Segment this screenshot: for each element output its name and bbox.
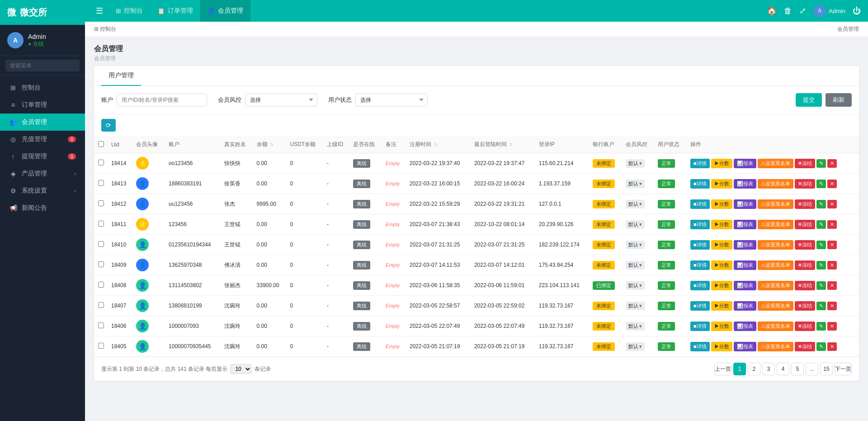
report-button[interactable]: 📊报表 xyxy=(734,342,756,351)
sidebar-item-products[interactable]: ◈ 产品管理 ‹ xyxy=(0,165,85,182)
level-select[interactable]: 默认 ▾ xyxy=(626,241,645,249)
sidebar-item-settings[interactable]: ⚙ 系统设置 ‹ xyxy=(0,182,85,199)
delete-button[interactable]: ✕ xyxy=(827,261,837,270)
edit-button[interactable]: ✎ xyxy=(816,220,826,229)
delete-button[interactable]: ✕ xyxy=(827,302,837,310)
sidebar-item-members[interactable]: 👥 会员管理 xyxy=(0,114,85,131)
level-select[interactable]: 默认 ▾ xyxy=(626,261,645,270)
blacklist-button[interactable]: ⚠设置黑名单 xyxy=(758,322,793,331)
page-size-select[interactable]: 10 20 50 xyxy=(230,364,252,374)
edit-button[interactable]: ✎ xyxy=(816,281,826,290)
edit-button[interactable]: ✎ xyxy=(816,261,826,270)
freeze-button[interactable]: ❄冻结 xyxy=(795,301,815,311)
freeze-button[interactable]: ❄冻结 xyxy=(795,260,815,270)
delete-button[interactable]: ✕ xyxy=(827,200,837,208)
level-select[interactable]: 默认 ▾ xyxy=(626,302,645,310)
row-checkbox[interactable] xyxy=(98,302,104,308)
blacklist-button[interactable]: ⚠设置黑名单 xyxy=(758,281,793,290)
prev-page-button[interactable]: 上一页 xyxy=(714,363,731,375)
edit-button[interactable]: ✎ xyxy=(816,302,826,310)
freeze-button[interactable]: ❄冻结 xyxy=(795,159,815,168)
edit-button[interactable]: ✎ xyxy=(816,180,826,188)
level-select[interactable]: 默认 ▾ xyxy=(626,159,645,168)
freeze-button[interactable]: ❄冻结 xyxy=(795,179,815,189)
submit-button[interactable]: 提交 xyxy=(796,93,822,107)
delete-button[interactable]: ✕ xyxy=(827,322,837,331)
sidebar-item-news[interactable]: 📢 新闻公告 xyxy=(0,199,85,217)
detail-button[interactable]: ■详情 xyxy=(690,240,710,250)
topbar-nav-dashboard[interactable]: ⊞ 控制台 xyxy=(108,0,150,22)
sidebar-search-section[interactable] xyxy=(0,56,85,76)
detail-button[interactable]: ■详情 xyxy=(690,220,710,229)
search-input[interactable] xyxy=(5,60,80,71)
member-level-select[interactable]: 选择 xyxy=(245,94,317,106)
detail-button[interactable]: ■详情 xyxy=(690,260,710,270)
detail-button[interactable]: ■详情 xyxy=(690,301,710,311)
blacklist-button[interactable]: ⚠设置黑名单 xyxy=(758,199,793,209)
row-checkbox[interactable] xyxy=(98,180,104,186)
next-page-button[interactable]: 下一页 xyxy=(835,363,852,375)
freeze-button[interactable]: ❄冻结 xyxy=(795,199,815,209)
sidebar-item-recharge[interactable]: ◎ 充值管理 0 xyxy=(0,131,85,148)
tab-user-management[interactable]: 用户管理 xyxy=(101,66,141,86)
detail-button[interactable]: ■详情 xyxy=(690,199,710,209)
detail-button[interactable]: ■详情 xyxy=(690,179,710,189)
report-button[interactable]: 📊报表 xyxy=(734,220,756,229)
edit-button[interactable]: ✎ xyxy=(816,159,826,168)
edit-button[interactable]: ✎ xyxy=(816,200,826,208)
detail-button[interactable]: ■详情 xyxy=(690,342,710,351)
page-15-button[interactable]: 15 xyxy=(820,363,833,375)
score-button[interactable]: ▶分数 xyxy=(711,159,732,168)
blacklist-button[interactable]: ⚠设置黑名单 xyxy=(758,342,793,351)
blacklist-button[interactable]: ⚠设置黑名单 xyxy=(758,220,793,229)
page-3-button[interactable]: 3 xyxy=(762,363,775,375)
blacklist-button[interactable]: ⚠设置黑名单 xyxy=(758,240,793,250)
delete-button[interactable]: ✕ xyxy=(827,241,837,249)
report-button[interactable]: 📊报表 xyxy=(734,240,756,250)
freeze-button[interactable]: ❄冻结 xyxy=(795,281,815,290)
freeze-button[interactable]: ❄冻结 xyxy=(795,342,815,351)
score-button[interactable]: ▶分数 xyxy=(711,342,732,351)
sync-button[interactable]: ⟳ xyxy=(101,119,116,132)
page-5-button[interactable]: 5 xyxy=(791,363,804,375)
logout-icon[interactable]: ⏻ xyxy=(853,6,861,16)
row-checkbox[interactable] xyxy=(98,343,104,349)
delete-button[interactable]: ✕ xyxy=(827,281,837,290)
report-button[interactable]: 📊报表 xyxy=(734,322,756,331)
blacklist-button[interactable]: ⚠设置黑名单 xyxy=(758,260,793,270)
delete-button[interactable]: ✕ xyxy=(827,342,837,351)
report-button[interactable]: 📊报表 xyxy=(734,301,756,311)
score-button[interactable]: ▶分数 xyxy=(711,322,732,331)
score-button[interactable]: ▶分数 xyxy=(711,220,732,229)
score-button[interactable]: ▶分数 xyxy=(711,301,732,311)
topbar-user[interactable]: A Admin xyxy=(813,5,845,17)
edit-button[interactable]: ✎ xyxy=(816,342,826,351)
sidebar-item-orders[interactable]: ≡ 订单管理 xyxy=(0,96,85,114)
sidebar-item-withdraw[interactable]: ↑ 提现管理 0 xyxy=(0,148,85,165)
level-select[interactable]: 默认 ▾ xyxy=(626,220,645,229)
score-button[interactable]: ▶分数 xyxy=(711,281,732,290)
freeze-button[interactable]: ❄冻结 xyxy=(795,322,815,331)
row-checkbox[interactable] xyxy=(98,160,104,166)
report-button[interactable]: 📊报表 xyxy=(734,199,756,209)
page-2-button[interactable]: 2 xyxy=(748,363,760,375)
row-checkbox[interactable] xyxy=(98,221,104,227)
menu-toggle-icon[interactable]: ☰ xyxy=(92,2,107,19)
home-icon[interactable]: 🏠 xyxy=(767,6,777,16)
level-select[interactable]: 默认 ▾ xyxy=(626,180,645,188)
report-button[interactable]: 📊报表 xyxy=(734,159,756,168)
select-all-checkbox[interactable] xyxy=(98,141,104,147)
report-button[interactable]: 📊报表 xyxy=(734,281,756,290)
level-select[interactable]: 默认 ▾ xyxy=(626,200,645,208)
delete-button[interactable]: ✕ xyxy=(827,159,837,168)
trash-icon[interactable]: 🗑 xyxy=(784,6,792,16)
user-status-select[interactable]: 选择 xyxy=(355,94,428,106)
row-checkbox[interactable] xyxy=(98,261,104,267)
delete-button[interactable]: ✕ xyxy=(827,220,837,229)
delete-button[interactable]: ✕ xyxy=(827,180,837,188)
account-search-input[interactable] xyxy=(117,94,207,106)
blacklist-button[interactable]: ⚠设置黑名单 xyxy=(758,179,793,189)
row-checkbox[interactable] xyxy=(98,282,104,288)
row-checkbox[interactable] xyxy=(98,200,104,206)
score-button[interactable]: ▶分数 xyxy=(711,179,732,189)
